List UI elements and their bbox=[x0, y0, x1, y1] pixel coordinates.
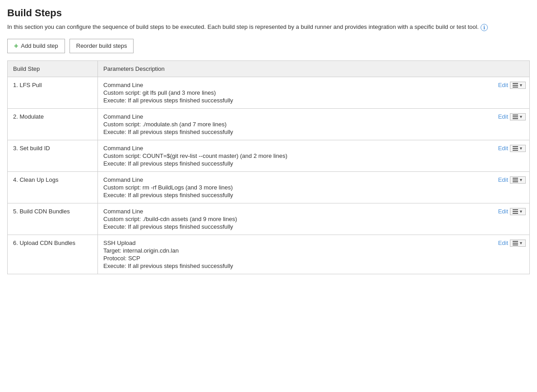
param-detail: Custom script: rm -rf BuildLogs (and 3 m… bbox=[103, 184, 524, 191]
param-type: Command Line bbox=[103, 113, 524, 120]
page-description: In this section you can configure the se… bbox=[7, 23, 530, 32]
params-cell: Command LineCustom script: rm -rf BuildL… bbox=[98, 171, 530, 203]
row-menu-button[interactable]: ▼ bbox=[510, 145, 526, 152]
chevron-down-icon: ▼ bbox=[519, 115, 523, 119]
param-execute: Execute: If all previous steps finished … bbox=[103, 129, 524, 135]
param-execute: Execute: If all previous steps finished … bbox=[103, 263, 524, 269]
info-icon[interactable]: ℹ bbox=[481, 24, 488, 31]
table-row: 5. Build CDN BundlesCommand LineCustom s… bbox=[8, 203, 530, 235]
edit-link[interactable]: Edit bbox=[498, 145, 508, 152]
edit-link[interactable]: Edit bbox=[498, 208, 508, 215]
chevron-down-icon: ▼ bbox=[519, 241, 523, 245]
table-header-row: Build Step Parameters Description bbox=[8, 60, 530, 77]
param-type: Command Line bbox=[103, 208, 524, 215]
row-menu-button[interactable]: ▼ bbox=[510, 240, 526, 247]
add-build-step-label: Add build step bbox=[21, 42, 58, 49]
param-detail: Target: internal.origin.cdn.lan bbox=[103, 247, 524, 254]
menu-icon bbox=[513, 178, 518, 182]
params-cell: Command LineCustom script: git lfs pull … bbox=[98, 77, 530, 108]
chevron-down-icon: ▼ bbox=[519, 146, 523, 151]
param-execute: Execute: If all previous steps finished … bbox=[103, 223, 524, 230]
toolbar: + Add build step Reorder build steps bbox=[7, 39, 530, 53]
param-detail2: Protocol: SCP bbox=[103, 255, 524, 262]
params-cell: SSH UploadTarget: internal.origin.cdn.la… bbox=[98, 235, 530, 274]
table-row: 3. Set build IDCommand LineCustom script… bbox=[8, 140, 530, 171]
param-detail: Custom script: ./build-cdn assets (and 9… bbox=[103, 216, 524, 222]
params-cell: Command LineCustom script: ./build-cdn a… bbox=[98, 203, 530, 235]
step-name-cell: 4. Clean Up Logs bbox=[8, 171, 98, 203]
menu-icon bbox=[513, 115, 518, 119]
param-detail: Custom script: git lfs pull (and 3 more … bbox=[103, 89, 524, 96]
menu-icon bbox=[513, 83, 518, 88]
reorder-build-steps-button[interactable]: Reorder build steps bbox=[69, 39, 134, 53]
menu-icon bbox=[513, 241, 518, 245]
add-build-step-button[interactable]: + Add build step bbox=[7, 39, 65, 53]
row-actions: Edit▼ bbox=[498, 240, 526, 247]
param-type: SSH Upload bbox=[103, 240, 524, 246]
param-execute: Execute: If all previous steps finished … bbox=[103, 160, 524, 167]
param-type: Command Line bbox=[103, 145, 524, 152]
col-parameters: Parameters Description bbox=[98, 60, 530, 77]
table-row: 1. LFS PullCommand LineCustom script: gi… bbox=[8, 77, 530, 108]
param-execute: Execute: If all previous steps finished … bbox=[103, 97, 524, 104]
chevron-down-icon: ▼ bbox=[519, 178, 523, 182]
edit-link[interactable]: Edit bbox=[498, 176, 508, 183]
col-build-step: Build Step bbox=[8, 60, 98, 77]
reorder-label: Reorder build steps bbox=[76, 42, 127, 49]
plus-icon: + bbox=[14, 42, 18, 50]
chevron-down-icon: ▼ bbox=[519, 83, 523, 88]
param-detail: Custom script: ./modulate.sh (and 7 more… bbox=[103, 121, 524, 128]
step-name-cell: 2. Modulate bbox=[8, 108, 98, 140]
row-actions: Edit▼ bbox=[498, 113, 526, 120]
param-execute: Execute: If all previous steps finished … bbox=[103, 192, 524, 198]
menu-icon bbox=[513, 146, 518, 151]
chevron-down-icon: ▼ bbox=[519, 209, 523, 214]
params-cell: Command LineCustom script: COUNT=$(git r… bbox=[98, 140, 530, 171]
row-actions: Edit▼ bbox=[498, 176, 526, 184]
edit-link[interactable]: Edit bbox=[498, 82, 508, 88]
page-title: Build Steps bbox=[7, 7, 530, 19]
row-menu-button[interactable]: ▼ bbox=[510, 113, 526, 120]
row-menu-button[interactable]: ▼ bbox=[510, 208, 526, 215]
table-row: 2. ModulateCommand LineCustom script: ./… bbox=[8, 108, 530, 140]
edit-link[interactable]: Edit bbox=[498, 240, 508, 246]
param-type: Command Line bbox=[103, 82, 524, 88]
params-cell: Command LineCustom script: ./modulate.sh… bbox=[98, 108, 530, 140]
step-name-cell: 1. LFS Pull bbox=[8, 77, 98, 108]
step-name-cell: 5. Build CDN Bundles bbox=[8, 203, 98, 235]
row-actions: Edit▼ bbox=[498, 82, 526, 89]
param-detail: Custom script: COUNT=$(git rev-list --co… bbox=[103, 152, 524, 159]
table-row: 6. Upload CDN BundlesSSH UploadTarget: i… bbox=[8, 235, 530, 274]
param-type: Command Line bbox=[103, 176, 524, 183]
table-row: 4. Clean Up LogsCommand LineCustom scrip… bbox=[8, 171, 530, 203]
row-menu-button[interactable]: ▼ bbox=[510, 82, 526, 89]
row-actions: Edit▼ bbox=[498, 208, 526, 215]
build-steps-table: Build Step Parameters Description 1. LFS… bbox=[7, 60, 530, 274]
step-name-cell: 3. Set build ID bbox=[8, 140, 98, 171]
row-actions: Edit▼ bbox=[498, 145, 526, 152]
row-menu-button[interactable]: ▼ bbox=[510, 176, 526, 184]
edit-link[interactable]: Edit bbox=[498, 113, 508, 120]
menu-icon bbox=[513, 209, 518, 214]
step-name-cell: 6. Upload CDN Bundles bbox=[8, 235, 98, 274]
